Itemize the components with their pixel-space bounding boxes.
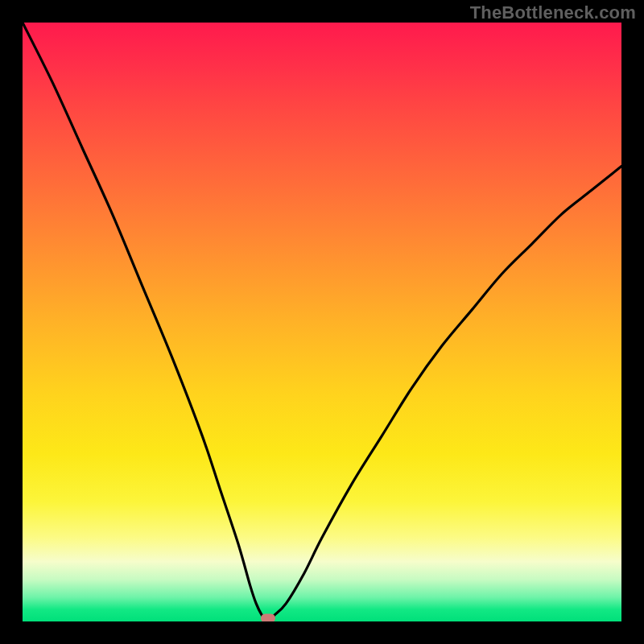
chart-frame: TheBottleneck.com [0, 0, 644, 644]
curve-path [23, 23, 621, 621]
optimum-marker [261, 614, 275, 622]
bottleneck-curve [23, 23, 621, 621]
watermark-text: TheBottleneck.com [470, 2, 636, 23]
plot-area [23, 23, 621, 621]
